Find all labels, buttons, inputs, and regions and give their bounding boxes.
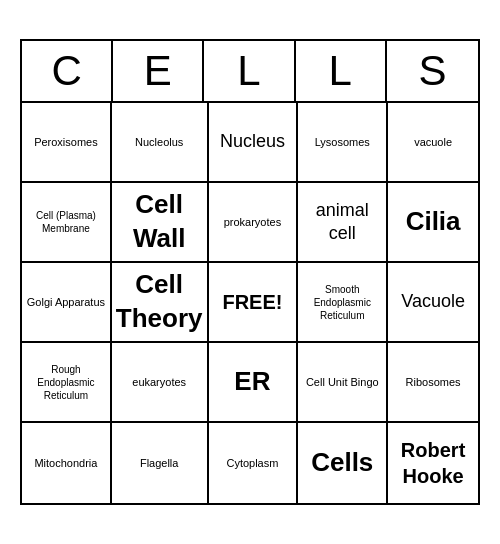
cell-text: Robert Hooke: [392, 437, 474, 489]
bingo-cell: Cell (Plasma) Membrane: [22, 183, 112, 263]
cell-text: Cilia: [406, 205, 461, 239]
cell-text: Flagella: [140, 456, 179, 470]
bingo-cell: Cytoplasm: [209, 423, 299, 503]
cell-text: Cells: [311, 446, 373, 480]
cell-text: Vacuole: [401, 290, 465, 313]
cell-text: vacuole: [414, 135, 452, 149]
bingo-cell: Ribosomes: [388, 343, 478, 423]
title-letter: S: [387, 41, 478, 101]
cell-text: Cell Wall: [116, 188, 203, 256]
bingo-cell: Lysosomes: [298, 103, 388, 183]
bingo-cell: Nucleolus: [112, 103, 209, 183]
cell-text: Peroxisomes: [34, 135, 98, 149]
bingo-cell: Cell Theory: [112, 263, 209, 343]
bingo-cell: Smooth Endoplasmic Reticulum: [298, 263, 388, 343]
title-letter: C: [22, 41, 113, 101]
title-letter: L: [204, 41, 295, 101]
bingo-cell: Vacuole: [388, 263, 478, 343]
cell-text: animal cell: [302, 199, 382, 246]
bingo-cell: Nucleus: [209, 103, 299, 183]
cell-text: Cell Theory: [116, 268, 203, 336]
cell-text: Rough Endoplasmic Reticulum: [26, 363, 106, 402]
cell-text: Nucleus: [220, 130, 285, 153]
cell-text: eukaryotes: [132, 375, 186, 389]
cell-text: Golgi Apparatus: [27, 295, 105, 309]
bingo-cell: animal cell: [298, 183, 388, 263]
cell-text: Cell Unit Bingo: [306, 375, 379, 389]
bingo-cell: Robert Hooke: [388, 423, 478, 503]
bingo-cell: Peroxisomes: [22, 103, 112, 183]
bingo-title: CELLS: [22, 41, 478, 103]
cell-text: Cell (Plasma) Membrane: [26, 209, 106, 235]
cell-text: Lysosomes: [315, 135, 370, 149]
bingo-cell: Cell Unit Bingo: [298, 343, 388, 423]
title-letter: E: [113, 41, 204, 101]
bingo-cell: vacuole: [388, 103, 478, 183]
cell-text: FREE!: [222, 289, 282, 315]
bingo-grid: PeroxisomesNucleolusNucleusLysosomesvacu…: [22, 103, 478, 503]
cell-text: ER: [234, 365, 270, 399]
bingo-cell: eukaryotes: [112, 343, 209, 423]
bingo-cell: FREE!: [209, 263, 299, 343]
bingo-cell: Mitochondria: [22, 423, 112, 503]
cell-text: Nucleolus: [135, 135, 183, 149]
bingo-cell: prokaryotes: [209, 183, 299, 263]
bingo-cell: Rough Endoplasmic Reticulum: [22, 343, 112, 423]
cell-text: Cytoplasm: [226, 456, 278, 470]
bingo-cell: ER: [209, 343, 299, 423]
cell-text: prokaryotes: [224, 215, 281, 229]
bingo-cell: Cilia: [388, 183, 478, 263]
bingo-cell: Cell Wall: [112, 183, 209, 263]
bingo-card: CELLS PeroxisomesNucleolusNucleusLysosom…: [20, 39, 480, 505]
title-letter: L: [296, 41, 387, 101]
bingo-cell: Cells: [298, 423, 388, 503]
cell-text: Mitochondria: [34, 456, 97, 470]
cell-text: Smooth Endoplasmic Reticulum: [302, 283, 382, 322]
bingo-cell: Flagella: [112, 423, 209, 503]
cell-text: Ribosomes: [406, 375, 461, 389]
bingo-cell: Golgi Apparatus: [22, 263, 112, 343]
